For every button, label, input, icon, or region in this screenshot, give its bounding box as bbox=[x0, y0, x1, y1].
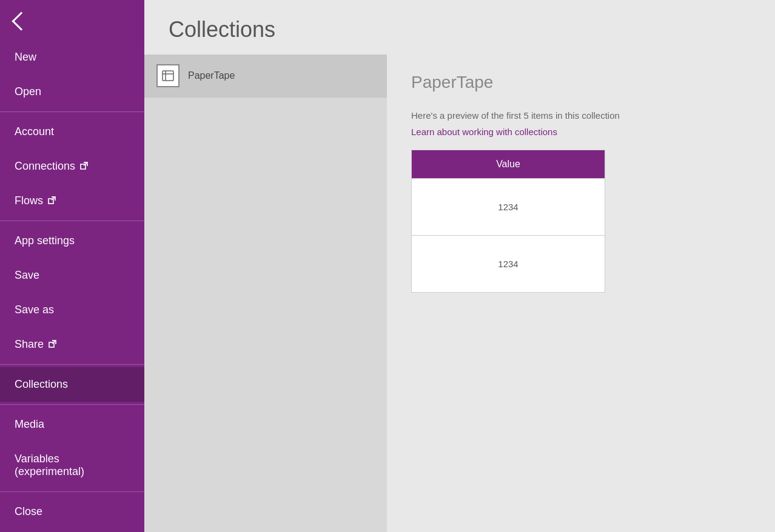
sidebar: NewOpenAccountConnections Flows App sett… bbox=[0, 0, 144, 532]
collection-list-item-papertape[interactable]: PaperTape bbox=[144, 55, 387, 98]
sidebar-divider-after-collections bbox=[0, 404, 144, 405]
collections-body: PaperTape PaperTape Here's a preview of … bbox=[144, 55, 775, 532]
main-content: Collections PaperTape PaperTape Here's a… bbox=[144, 0, 775, 532]
svg-rect-6 bbox=[163, 71, 173, 81]
table-row: 1234 bbox=[412, 235, 605, 292]
sidebar-item-external-icon-share bbox=[49, 340, 56, 350]
collections-list: PaperTape bbox=[144, 55, 387, 532]
sidebar-divider-after-share bbox=[0, 364, 144, 365]
sidebar-item-label-variables: Variables (experimental) bbox=[15, 453, 130, 478]
page-header: Collections bbox=[144, 0, 775, 55]
table-cell-value-0: 1234 bbox=[412, 178, 605, 235]
sidebar-item-label-collections: Collections bbox=[15, 378, 68, 391]
preview-table: Value 12341234 bbox=[411, 150, 605, 293]
page-title: Collections bbox=[169, 17, 751, 42]
table-header-value: Value bbox=[412, 150, 605, 178]
sidebar-item-label-open: Open bbox=[15, 85, 41, 98]
sidebar-item-save-as[interactable]: Save as bbox=[0, 293, 144, 327]
sidebar-item-media[interactable]: Media bbox=[0, 407, 144, 442]
collection-name-papertape: PaperTape bbox=[188, 70, 235, 81]
sidebar-item-label-save-as: Save as bbox=[15, 304, 54, 316]
sidebar-item-label-flows: Flows bbox=[15, 195, 43, 207]
detail-title: PaperTape bbox=[411, 73, 751, 92]
back-button[interactable] bbox=[0, 0, 144, 40]
sidebar-divider-after-open bbox=[0, 111, 144, 112]
sidebar-item-open[interactable]: Open bbox=[0, 75, 144, 109]
sidebar-item-connections[interactable]: Connections bbox=[0, 149, 144, 184]
sidebar-item-collections[interactable]: Collections bbox=[0, 367, 144, 402]
sidebar-item-label-app-settings: App settings bbox=[15, 234, 75, 247]
sidebar-item-close[interactable]: Close bbox=[0, 494, 144, 529]
sidebar-divider-after-variables bbox=[0, 491, 144, 492]
sidebar-item-variables[interactable]: Variables (experimental) bbox=[0, 442, 144, 489]
sidebar-item-external-icon-connections bbox=[80, 162, 88, 171]
sidebar-item-label-save: Save bbox=[15, 269, 39, 282]
sidebar-item-account[interactable]: Account bbox=[0, 115, 144, 149]
sidebar-item-label-close: Close bbox=[15, 505, 42, 518]
sidebar-item-external-icon-flows bbox=[48, 196, 56, 206]
sidebar-item-label-account: Account bbox=[15, 125, 54, 138]
table-row: 1234 bbox=[412, 178, 605, 235]
sidebar-item-app-settings[interactable]: App settings bbox=[0, 224, 144, 258]
collection-icon-papertape bbox=[156, 64, 179, 87]
sidebar-item-share[interactable]: Share bbox=[0, 327, 144, 362]
detail-description: Here's a preview of the first 5 items in… bbox=[411, 109, 751, 123]
sidebar-item-label-new: New bbox=[15, 51, 36, 64]
table-cell-value-1: 1234 bbox=[412, 235, 605, 292]
sidebar-item-save[interactable]: Save bbox=[0, 258, 144, 293]
sidebar-item-flows[interactable]: Flows bbox=[0, 184, 144, 218]
sidebar-item-label-share: Share bbox=[15, 338, 44, 351]
sidebar-divider-after-flows bbox=[0, 221, 144, 221]
sidebar-item-label-media: Media bbox=[15, 418, 44, 431]
collections-learn-link[interactable]: Learn about working with collections bbox=[411, 127, 557, 137]
collection-detail: PaperTape Here's a preview of the first … bbox=[387, 55, 775, 532]
back-arrow-icon bbox=[12, 12, 30, 30]
sidebar-item-label-connections: Connections bbox=[15, 160, 75, 173]
sidebar-item-new[interactable]: New bbox=[0, 40, 144, 75]
